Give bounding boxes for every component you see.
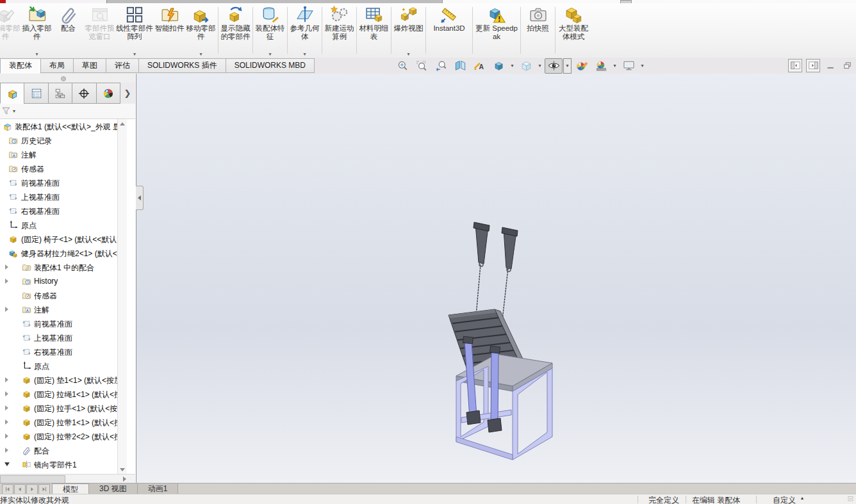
ribbon-tab-草图[interactable]: 草图: [73, 58, 106, 73]
zoom-fit-button[interactable]: [393, 58, 411, 74]
large-assembly-button[interactable]: 大型装配体模式: [557, 3, 590, 58]
view-settings-dropdown-arrow[interactable]: ▾: [639, 59, 646, 73]
doc-tab-动画1[interactable]: 动画1: [138, 484, 179, 494]
view-orientation-button[interactable]: [490, 58, 507, 74]
panel-tabs-expand-button[interactable]: ❯: [120, 83, 135, 104]
panel-splitter[interactable]: [0, 74, 135, 83]
ribbon-tab-装配体[interactable]: 装配体: [0, 58, 41, 74]
collapse-arrow-icon[interactable]: [4, 462, 10, 466]
hide-show-items-dropdown-arrow[interactable]: ▾: [563, 58, 572, 74]
status-custom-arrow-icon[interactable]: ▴: [801, 495, 803, 501]
doc-tab-模型[interactable]: 模型: [52, 484, 89, 494]
minimize-button[interactable]: [824, 60, 837, 72]
tree-item[interactable]: 前视基准面: [0, 316, 126, 330]
dropdown-arrow-icon[interactable]: ▾: [268, 51, 271, 57]
tree-item[interactable]: 原点: [0, 359, 126, 373]
edit-appearance-button[interactable]: [573, 58, 591, 74]
section-view-button[interactable]: [451, 58, 469, 74]
doc-tab-3d-视图[interactable]: 3D 视图: [89, 484, 138, 494]
smart-fasteners-button[interactable]: 智能扣件: [154, 3, 185, 58]
doc-nav-prev-button[interactable]: [14, 484, 26, 494]
tree-horizontal-scrollbar[interactable]: [0, 474, 135, 484]
display-style-dropdown-arrow[interactable]: ▾: [536, 59, 543, 73]
display-style-button[interactable]: [517, 58, 535, 74]
tree-item[interactable]: 右视基准面: [0, 204, 126, 218]
chair-model[interactable]: [410, 205, 589, 461]
tree-item[interactable]: (固定) 拉带2<2> (默认<按: [0, 429, 126, 443]
tree-item[interactable]: 装配体1 中的配合: [0, 260, 126, 274]
tree-item[interactable]: A注解: [0, 302, 126, 316]
assembly-features-button[interactable]: 装配体特征▾: [254, 3, 286, 58]
ribbon-tab-布局[interactable]: 布局: [40, 58, 74, 73]
doc-nav-last-button[interactable]: [38, 484, 50, 494]
expand-arrow-icon[interactable]: [5, 419, 8, 425]
dropdown-arrow-icon[interactable]: ▾: [199, 51, 202, 57]
dimxpert-tab[interactable]: [72, 83, 96, 104]
tree-item[interactable]: 装配体1 (默认<<默认>_外观 显示: [0, 119, 126, 133]
reference-geometry-button[interactable]: 参考几何体▾: [289, 3, 320, 58]
tree-item[interactable]: 原点: [0, 218, 126, 232]
snapshot-button[interactable]: 拍快照: [522, 3, 554, 58]
tree-item[interactable]: 镜向零部件1: [0, 457, 126, 471]
tree-item[interactable]: 上视基准面: [0, 330, 126, 345]
view-settings-button[interactable]: [620, 58, 638, 74]
property-manager-tab[interactable]: [24, 83, 48, 104]
zoom-area-button[interactable]: [413, 58, 431, 74]
ribbon-tab-评估[interactable]: 评估: [106, 58, 139, 73]
expand-arrow-icon[interactable]: [5, 377, 8, 382]
show-hidden-button[interactable]: 显示隐藏的零部件: [220, 3, 251, 58]
insert-component-button[interactable]: 插入零部件▾: [21, 3, 53, 58]
tree-item[interactable]: (固定) 垫1<1> (默认<按加: [0, 373, 126, 387]
expand-arrow-icon[interactable]: [5, 307, 8, 312]
apply-scene-dropdown-arrow[interactable]: ▾: [611, 59, 618, 73]
tree-item[interactable]: (固定) 拉绳1<1> (默认<按: [0, 387, 126, 401]
ribbon-tab-solidworks-mbd[interactable]: SOLIDWORKS MBD: [226, 58, 315, 73]
tree-item[interactable]: (固定) 椅子<1> (默认<<默认>: [0, 232, 126, 246]
doc-nav-first-button[interactable]: [2, 484, 13, 494]
status-custom-button[interactable]: 自定义: [773, 495, 796, 504]
exploded-view-button[interactable]: 爆炸视图▾: [393, 3, 424, 58]
tree-item[interactable]: 健身器材拉力绳2<1> (默认<默: [0, 246, 126, 260]
motion-study-button[interactable]: 新建运动算例: [324, 3, 355, 58]
expand-arrow-icon[interactable]: [5, 279, 8, 284]
mate-button[interactable]: 配合: [53, 3, 84, 58]
expand-arrow-icon[interactable]: [5, 434, 8, 439]
dropdown-arrow-icon[interactable]: ▾: [35, 51, 38, 57]
pane-right-button[interactable]: [806, 59, 820, 72]
tree-item[interactable]: 上视基准面: [0, 190, 126, 204]
previous-view-button[interactable]: [432, 58, 450, 74]
featuremanager-tab[interactable]: [0, 83, 24, 104]
linear-pattern-button[interactable]: 线性零部件阵列▾: [115, 3, 154, 58]
hide-show-items-button[interactable]: [545, 58, 563, 74]
move-component-button[interactable]: 移动零部件▾: [185, 3, 217, 58]
panel-collapse-handle[interactable]: [136, 186, 144, 210]
restore-button[interactable]: [841, 60, 853, 72]
expand-arrow-icon[interactable]: [5, 405, 8, 411]
tree-item[interactable]: 传感器: [0, 161, 126, 175]
tree-filter-bar[interactable]: ▾: [0, 104, 135, 119]
tree-item[interactable]: (固定) 拉带1<1> (默认<按: [0, 415, 126, 429]
dropdown-arrow-icon[interactable]: ▾: [407, 51, 409, 57]
dropdown-arrow-icon[interactable]: ▾: [303, 51, 306, 57]
tree-item[interactable]: 右视基准面: [0, 345, 126, 359]
scroll-right-button[interactable]: [123, 476, 126, 482]
status-options-icon[interactable]: [847, 495, 855, 503]
tree-item[interactable]: 历史记录: [0, 133, 126, 147]
bom-button[interactable]: 材料明细表: [358, 3, 390, 58]
pane-left-button[interactable]: [788, 59, 802, 72]
dropdown-arrow-icon[interactable]: ▾: [133, 51, 136, 57]
speedpak-button[interactable]: 更新 Speedpak: [474, 3, 519, 58]
scroll-down-button[interactable]: [118, 465, 127, 474]
filter-dropdown-arrow-icon[interactable]: ▾: [13, 108, 15, 114]
tree-item[interactable]: 前视基准面: [0, 175, 126, 190]
expand-arrow-icon[interactable]: [5, 391, 8, 396]
apply-scene-button[interactable]: [592, 58, 610, 74]
configuration-manager-tab[interactable]: [48, 83, 72, 104]
view-orientation-dropdown-arrow[interactable]: ▾: [509, 59, 516, 73]
scroll-up-button[interactable]: [118, 119, 127, 128]
tree-item[interactable]: 传感器: [0, 288, 126, 302]
tree-item[interactable]: History: [0, 274, 126, 288]
tree-item[interactable]: 配合: [0, 443, 126, 457]
instant3d-button[interactable]: Instant3D: [427, 3, 471, 58]
expand-arrow-icon[interactable]: [5, 448, 8, 453]
